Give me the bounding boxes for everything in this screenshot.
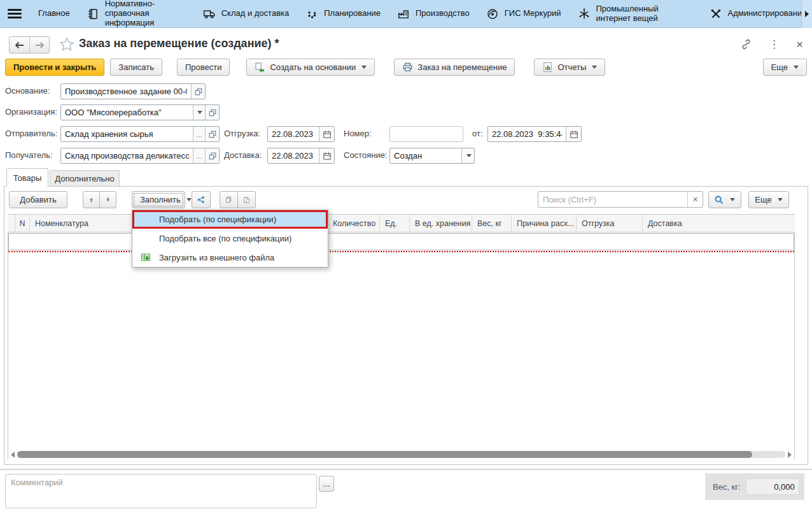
reports-button[interactable]: Отчеты <box>534 59 605 76</box>
delivery-date-input[interactable] <box>268 148 319 163</box>
scroll-left-button[interactable] <box>8 452 17 458</box>
forward-button[interactable] <box>29 37 49 53</box>
share-button[interactable] <box>192 191 211 208</box>
menu-item-warehouse[interactable]: Склад и доставка <box>203 8 290 20</box>
open-in-window-icon <box>194 87 203 96</box>
shipment-calendar-button[interactable] <box>319 127 334 141</box>
document-toolbar: Провести и закрыть Записать Провести Соз… <box>5 59 807 76</box>
comment-input[interactable] <box>5 474 317 508</box>
receiver-select-button[interactable]: ... <box>193 148 205 163</box>
printer-icon <box>402 62 413 73</box>
delivery-date-field <box>267 148 335 164</box>
footer-divider <box>0 469 812 470</box>
post-button[interactable]: Провести <box>177 59 230 76</box>
more-button[interactable]: Еще <box>763 59 807 76</box>
create-based-icon <box>255 62 265 73</box>
back-button[interactable] <box>10 37 29 53</box>
create-based-button[interactable]: Создать на основании <box>246 59 375 76</box>
close-icon[interactable]: × <box>796 38 803 50</box>
more-menu-icon[interactable]: ⋮ <box>769 39 780 50</box>
menu-item-label: Администрирование <box>728 9 807 18</box>
menu-item-admin[interactable]: Администрирование <box>710 8 807 20</box>
col-unit[interactable]: Ед. <box>380 215 410 232</box>
sender-input[interactable] <box>61 127 193 141</box>
caret-down-icon <box>186 198 192 201</box>
menu-item-label: Склад и доставка <box>221 9 290 18</box>
back-arrow-icon <box>15 41 25 50</box>
document-date-input[interactable] <box>488 127 566 141</box>
arrow-down-icon <box>105 196 111 204</box>
caret-down-icon <box>778 198 783 201</box>
col-delivery[interactable]: Доставка <box>643 215 795 232</box>
menu-item-production[interactable]: Производство <box>397 8 470 20</box>
favorite-star-icon[interactable] <box>59 36 75 53</box>
open-button[interactable] <box>205 105 219 120</box>
basis-input[interactable] <box>61 84 191 99</box>
col-quantity[interactable]: Количество <box>328 215 380 232</box>
tab-goods[interactable]: Товары <box>6 168 48 187</box>
grid-more-button[interactable]: Еще <box>748 191 789 208</box>
paste-button[interactable] <box>237 191 256 208</box>
print-order-button[interactable]: Заказ на перемещение <box>394 59 515 76</box>
search-button[interactable] <box>708 191 741 208</box>
open-button[interactable] <box>205 127 219 141</box>
move-up-button[interactable] <box>83 191 100 208</box>
state-dropdown-button[interactable] <box>461 148 474 163</box>
organization-input[interactable] <box>61 105 193 120</box>
menu-item-label: Нормативно-справочная информация <box>105 0 186 28</box>
scroll-right-button[interactable] <box>785 452 794 458</box>
fill-menu-item-pick-by-spec[interactable]: Подобрать (по спецификации) <box>132 210 328 229</box>
number-input[interactable] <box>389 126 463 142</box>
scrollbar-track[interactable] <box>17 451 785 458</box>
fill-dropdown-menu: Подобрать (по спецификации) Подобрать вс… <box>132 210 328 268</box>
tab-additional[interactable]: Дополнительно <box>50 170 120 187</box>
state-input[interactable] <box>390 148 461 163</box>
col-shipment[interactable]: Отгрузка <box>577 215 643 232</box>
menu-item-label: Главное <box>38 9 70 18</box>
fill-menu-item-pick-all-by-spec[interactable]: Подобрать все (по спецификации) <box>132 229 328 248</box>
menu-item-planning[interactable]: Планирование <box>305 8 381 20</box>
document-calendar-button[interactable] <box>566 127 581 141</box>
menu-item-mercury[interactable]: ГИС Меркурий <box>486 8 561 20</box>
menu-item-label: Производство <box>416 9 470 18</box>
from-label: от: <box>472 129 483 138</box>
copy-button[interactable] <box>220 191 238 208</box>
table-empty-row[interactable] <box>8 233 794 250</box>
col-reason[interactable]: Причина расх... <box>512 215 577 232</box>
table-header: N Номенклатура Количество Ед. В ед. хран… <box>8 214 795 232</box>
open-in-window-icon <box>208 152 217 161</box>
copy-icon <box>225 195 232 204</box>
comment-expand-button[interactable]: ... <box>319 476 334 492</box>
clear-search-icon[interactable]: × <box>687 192 703 207</box>
menubar-overflow-button[interactable] <box>801 0 812 28</box>
hamburger-icon[interactable] <box>8 9 22 18</box>
fill-menu-item-load-external-file[interactable]: Загрузить из внешнего файла <box>132 248 328 267</box>
sender-select-button[interactable]: ... <box>193 127 205 141</box>
menu-item-iot[interactable]: Промышленный интернет вещей <box>578 4 693 24</box>
open-button[interactable] <box>191 84 205 99</box>
arrow-up-icon <box>88 196 94 204</box>
add-row-button[interactable]: Добавить <box>9 191 67 208</box>
main-menubar: Главное Нормативно-справочная информация… <box>0 0 812 28</box>
receiver-input[interactable] <box>61 148 193 163</box>
fill-button[interactable]: Заполнить <box>132 191 185 208</box>
col-storage-unit[interactable]: В ед. хранения <box>410 215 472 232</box>
open-button[interactable] <box>205 148 219 163</box>
post-and-close-button[interactable]: Провести и закрыть <box>5 59 104 76</box>
menu-item-nsi[interactable]: Нормативно-справочная информация <box>87 0 186 28</box>
organization-dropdown-button[interactable] <box>193 105 205 120</box>
caret-down-icon <box>730 198 735 201</box>
scrollbar-thumb[interactable] <box>17 451 752 458</box>
search-input[interactable] <box>538 192 687 207</box>
share-icon <box>197 195 205 204</box>
delivery-calendar-button[interactable] <box>319 148 334 163</box>
caret-down-icon <box>197 111 202 114</box>
move-down-button[interactable] <box>99 191 116 208</box>
shipment-date-input[interactable] <box>268 127 319 141</box>
search-icon <box>714 195 724 205</box>
menu-item-main[interactable]: Главное <box>38 9 70 18</box>
link-icon[interactable] <box>740 38 752 50</box>
col-n[interactable]: N <box>15 215 30 232</box>
save-button[interactable]: Записать <box>110 59 162 76</box>
col-weight[interactable]: Вес, кг <box>472 215 512 232</box>
